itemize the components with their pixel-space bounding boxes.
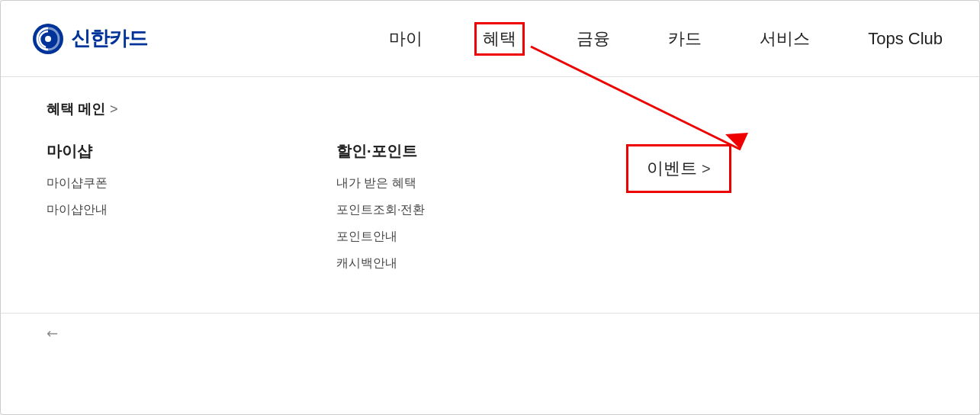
breadcrumb-text: 혜택 메인 — [47, 100, 105, 118]
event-label: 이벤트 — [647, 157, 697, 180]
page-bottom: ↗ — [1, 314, 979, 355]
link-myshop-guide[interactable]: 마이샵안내 — [47, 202, 306, 218]
nav-item-card[interactable]: 카드 — [662, 24, 708, 53]
link-point-inquiry[interactable]: 포인트조회·전환 — [336, 202, 596, 218]
corner-arrow-icon: ↗ — [42, 324, 62, 344]
nav-item-finance[interactable]: 금융 — [570, 24, 616, 53]
nav-item-service[interactable]: 서비스 — [753, 24, 816, 53]
main-nav: 마이 혜택 금융 카드 서비스 Tops Club — [383, 22, 949, 56]
browser-window: 신한카드 마이 혜택 금융 카드 서비스 Tops Club 혜택 메인 > — [0, 0, 980, 415]
breadcrumb-chevron: > — [110, 101, 118, 117]
nav-item-tops-club[interactable]: Tops Club — [862, 26, 949, 52]
svg-point-1 — [45, 36, 51, 42]
nav-item-benefit[interactable]: 혜택 — [474, 22, 525, 56]
shinhan-logo-icon — [31, 22, 65, 56]
col-title-myshop: 마이샵 — [47, 141, 306, 162]
link-myshop-coupon[interactable]: 마이샵쿠폰 — [47, 175, 306, 191]
event-chevron: > — [702, 160, 711, 178]
logo-area[interactable]: 신한카드 — [31, 22, 147, 56]
link-point-guide[interactable]: 포인트안내 — [336, 229, 596, 245]
dropdown-columns: 마이샵 마이샵쿠폰 마이샵안내 할인·포인트 내가 받은 혜택 포인트조회·전환… — [47, 141, 933, 282]
dropdown-col-myshop: 마이샵 마이샵쿠폰 마이샵안내 — [47, 141, 336, 282]
link-cashback-guide[interactable]: 캐시백안내 — [336, 256, 596, 272]
dropdown-col-event: 이벤트 > — [626, 141, 855, 282]
dropdown-panel: 혜택 메인 > 마이샵 마이샵쿠폰 마이샵안내 할인·포인트 내가 받은 혜택 … — [1, 77, 979, 314]
dropdown-col-discount: 할인·포인트 내가 받은 혜택 포인트조회·전환 포인트안내 캐시백안내 — [336, 141, 626, 282]
nav-item-my[interactable]: 마이 — [383, 24, 429, 53]
breadcrumb: 혜택 메인 > — [47, 100, 933, 118]
col-title-discount: 할인·포인트 — [336, 141, 596, 162]
link-my-benefit[interactable]: 내가 받은 혜택 — [336, 175, 596, 191]
logo-text: 신한카드 — [71, 25, 147, 52]
header: 신한카드 마이 혜택 금융 카드 서비스 Tops Club — [1, 1, 979, 77]
event-box[interactable]: 이벤트 > — [626, 144, 731, 193]
